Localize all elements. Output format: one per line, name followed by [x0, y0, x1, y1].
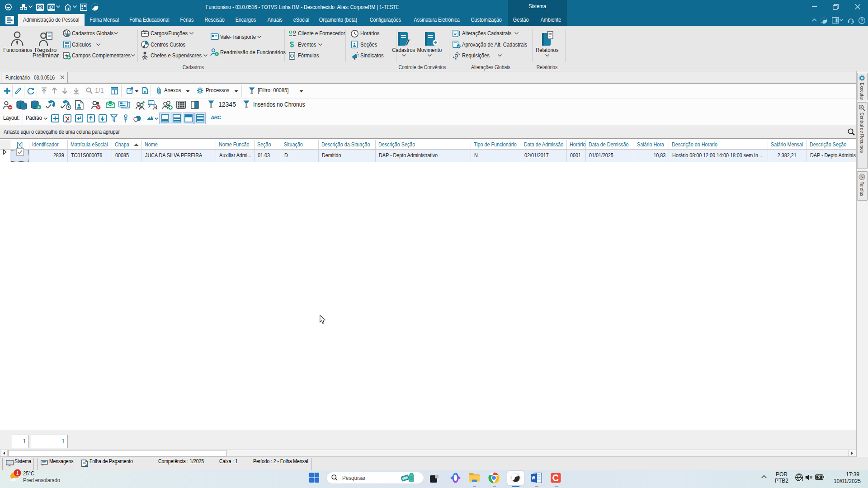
svg-text:1: 1	[16, 470, 19, 476]
svg-text:$: $	[290, 41, 294, 48]
svg-text:?: ?	[860, 18, 863, 23]
